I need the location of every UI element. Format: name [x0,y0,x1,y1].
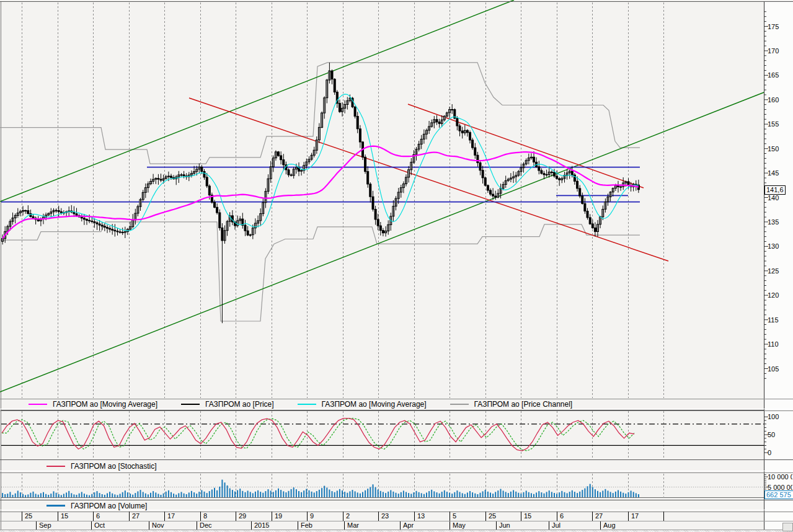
price-axis-label: 105 [768,365,792,373]
price-axis-label: 125 [768,267,792,275]
day-tick-label[interactable]: 13 [417,512,425,520]
day-tick-separator [557,512,557,521]
legend-item-volume[interactable]: ГАЗПРОМ ао [Volume] [47,502,147,510]
month-tick-label[interactable]: Jun [499,521,510,530]
day-tick-separator [58,512,58,521]
window-top-border [0,1,793,2]
crimson-line-swatch-icon [47,466,65,467]
month-tick-separator [600,521,601,530]
month-tick-separator [36,521,37,530]
month-tick-label[interactable]: Feb [301,521,312,530]
stochastic-panel-legend: ГАЗПРОМ ао [Stochastic] [0,461,157,471]
price-axis-label: 155 [768,120,792,128]
day-tick-separator [414,512,415,521]
month-tick-label[interactable]: Nov [152,521,164,530]
day-tick-label[interactable]: 23 [381,512,389,520]
day-tick-separator [129,512,130,521]
day-tick-label[interactable]: 8 [203,512,207,520]
month-tick-label[interactable]: Oct [94,521,105,530]
stochastic-plot-area [1,410,764,460]
price-axis-label: 120 [768,291,792,299]
month-tick-separator [549,521,549,530]
legend-label: ГАЗПРОМ ао [Moving Average] [53,400,157,409]
stochastic-axis-label: 100 [768,413,792,420]
day-tick-separator [236,512,236,521]
legend-item-price-channel[interactable]: ГАЗПРОМ ао [Price Channel] [450,400,573,409]
price-axis-label: 140 [768,194,792,202]
price-stoch-divider[interactable] [0,409,793,411]
day-month-row-divider [0,521,793,521]
day-tick-label[interactable]: 15 [61,512,68,520]
day-tick-label[interactable]: 25 [489,512,496,520]
legend-item-ma-slow[interactable]: ГАЗПРОМ ао [Moving Average] [29,400,157,409]
month-tick-label[interactable]: May [453,521,466,530]
legend-item-stochastic[interactable]: ГАЗПРОМ ао [Stochastic] [47,462,157,471]
day-tick-separator [592,512,593,521]
month-tick-separator [197,521,197,530]
volume-panel-bottom-border [0,500,793,500]
day-tick-separator [272,512,272,521]
price-axis-label: 135 [768,218,792,226]
price-axis-label: 130 [768,242,792,250]
month-tick-label[interactable]: 2015 [254,521,269,530]
day-tick-separator [200,512,201,521]
legend-item-ma-fast[interactable]: ГАЗПРОМ ао [Moving Average] [298,400,427,409]
legend-label: ГАЗПРОМ ао [Stochastic] [71,462,157,471]
day-tick-separator [521,512,521,521]
day-tick-label[interactable]: 17 [631,512,639,520]
month-tick-separator [344,521,345,530]
price-axis-label: 175 [768,23,792,30]
day-tick-separator [307,512,308,521]
day-tick-label[interactable]: 5 [453,512,456,520]
magenta-line-swatch-icon [29,404,47,405]
legend-label: ГАЗПРОМ ао [Price Channel] [474,400,573,409]
legend-label: ГАЗПРОМ ао [Price] [205,400,274,409]
stoch-panel-bottom-border [0,459,793,460]
day-tick-label[interactable]: 6 [560,512,564,520]
day-tick-separator [450,512,450,521]
day-tick-label[interactable]: 15 [524,512,531,520]
gray-line-swatch-icon [450,404,469,405]
stochastic-axis-label: 50 [768,431,792,438]
volume-axis-label: 5 000 000 [768,484,792,491]
month-tick-label[interactable]: Dec [200,521,212,530]
month-tick-label[interactable]: Jul [552,521,560,530]
cyan-line-swatch-icon [298,404,316,405]
day-tick-separator [485,512,486,521]
blue-line-swatch-icon [47,505,65,507]
day-tick-label[interactable]: 25 [25,512,32,520]
price-axis-label: 110 [768,340,792,348]
day-tick-label[interactable]: 27 [595,512,603,520]
volume-panel-legend: ГАЗПРОМ ао [Volume] [0,501,147,510]
price-axis-label: 115 [768,316,792,324]
day-tick-label[interactable]: 19 [275,512,282,520]
month-tick-separator [149,521,149,530]
stoch-volume-divider[interactable] [0,471,793,473]
resize-grip[interactable] [782,523,793,531]
black-line-swatch-icon [181,404,200,405]
day-tick-separator [343,512,343,521]
day-tick-label[interactable]: 2 [346,512,350,520]
day-tick-label[interactable]: 27 [132,512,140,520]
day-tick-separator [164,512,165,521]
day-tick-label[interactable]: 6 [96,512,100,520]
current-volume-badge: 662 575 [764,490,793,499]
day-tick-separator [22,512,22,521]
day-tick-separator [378,512,379,521]
stochastic-axis-label: 0 [768,449,792,456]
day-tick-label[interactable]: 29 [239,512,246,520]
price-panel-legend: ГАЗПРОМ ао [Moving Average] ГАЗПРОМ ао [… [0,399,572,409]
price-axis-label: 160 [768,96,792,104]
month-tick-label[interactable]: Sep [39,521,51,530]
legend-item-price[interactable]: ГАЗПРОМ ао [Price] [181,400,274,409]
month-tick-separator [400,521,401,530]
day-tick-label[interactable]: 9 [310,512,314,520]
month-tick-separator [91,521,92,530]
charting-application-window: ГАЗПРОМ ао [Moving Average] ГАЗПРОМ ао [… [0,0,793,532]
day-tick-label[interactable]: 17 [167,512,175,520]
month-tick-label[interactable]: Apr [403,521,414,530]
month-tick-label[interactable]: Mar [347,521,359,530]
month-tick-separator [298,521,298,530]
chart-canvas[interactable] [0,0,793,532]
month-tick-label[interactable]: Aug [603,521,616,530]
